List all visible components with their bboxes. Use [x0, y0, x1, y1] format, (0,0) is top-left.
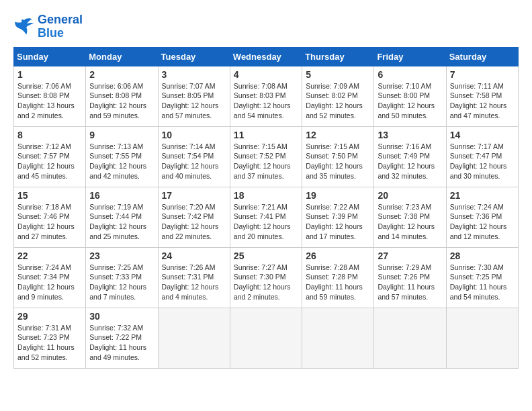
day-19: 19Sunrise: 7:22 AMSunset: 7:39 PMDayligh… — [302, 187, 374, 247]
day-5: 5Sunrise: 7:09 AMSunset: 8:02 PMDaylight… — [302, 66, 374, 126]
day-26: 26Sunrise: 7:28 AMSunset: 7:28 PMDayligh… — [302, 247, 374, 308]
day-20: 20Sunrise: 7:23 AMSunset: 7:38 PMDayligh… — [374, 187, 446, 247]
day-12: 12Sunrise: 7:15 AMSunset: 7:50 PMDayligh… — [302, 126, 374, 187]
logo-bird-icon — [13, 17, 35, 36]
logo: General Blue — [13, 13, 83, 40]
day-9: 9Sunrise: 7:13 AMSunset: 7:55 PMDaylight… — [86, 126, 158, 187]
day-6: 6Sunrise: 7:10 AMSunset: 8:00 PMDaylight… — [374, 66, 446, 126]
day-27: 27Sunrise: 7:29 AMSunset: 7:26 PMDayligh… — [374, 247, 446, 308]
day-7: 7Sunrise: 7:11 AMSunset: 7:58 PMDaylight… — [446, 66, 518, 126]
day-24: 24Sunrise: 7:26 AMSunset: 7:31 PMDayligh… — [158, 247, 230, 308]
empty-cell — [230, 308, 302, 368]
day-10: 10Sunrise: 7:14 AMSunset: 7:54 PMDayligh… — [158, 126, 230, 187]
col-header-tuesday: Tuesday — [158, 47, 230, 66]
day-14: 14Sunrise: 7:17 AMSunset: 7:47 PMDayligh… — [446, 126, 518, 187]
day-2: 2Sunrise: 6:06 AMSunset: 8:08 PMDaylight… — [86, 66, 158, 126]
day-17: 17Sunrise: 7:20 AMSunset: 7:42 PMDayligh… — [158, 187, 230, 247]
empty-cell — [374, 308, 446, 368]
day-21: 21Sunrise: 7:24 AMSunset: 7:36 PMDayligh… — [446, 187, 518, 247]
day-30: 30Sunrise: 7:32 AMSunset: 7:22 PMDayligh… — [86, 308, 158, 368]
empty-cell — [302, 308, 374, 368]
logo-text: General Blue — [38, 13, 83, 40]
col-header-saturday: Saturday — [446, 47, 518, 66]
day-15: 15Sunrise: 7:18 AMSunset: 7:46 PMDayligh… — [14, 187, 86, 247]
day-11: 11Sunrise: 7:15 AMSunset: 7:52 PMDayligh… — [230, 126, 302, 187]
day-29: 29Sunrise: 7:31 AMSunset: 7:23 PMDayligh… — [14, 308, 86, 368]
day-28: 28Sunrise: 7:30 AMSunset: 7:25 PMDayligh… — [446, 247, 518, 308]
col-header-thursday: Thursday — [302, 47, 374, 66]
col-header-friday: Friday — [374, 47, 446, 66]
calendar-table: SundayMondayTuesdayWednesdayThursdayFrid… — [13, 47, 519, 369]
page-header: General Blue — [13, 13, 519, 40]
empty-cell — [158, 308, 230, 368]
day-22: 22Sunrise: 7:24 AMSunset: 7:34 PMDayligh… — [14, 247, 86, 308]
day-25: 25Sunrise: 7:27 AMSunset: 7:30 PMDayligh… — [230, 247, 302, 308]
day-8: 8Sunrise: 7:12 AMSunset: 7:57 PMDaylight… — [14, 126, 86, 187]
empty-cell — [446, 308, 518, 368]
day-3: 3Sunrise: 7:07 AMSunset: 8:05 PMDaylight… — [158, 66, 230, 126]
day-1: 1Sunrise: 7:06 AMSunset: 8:08 PMDaylight… — [14, 66, 86, 126]
day-16: 16Sunrise: 7:19 AMSunset: 7:44 PMDayligh… — [86, 187, 158, 247]
col-header-monday: Monday — [86, 47, 158, 66]
day-13: 13Sunrise: 7:16 AMSunset: 7:49 PMDayligh… — [374, 126, 446, 187]
col-header-sunday: Sunday — [14, 47, 86, 66]
day-4: 4Sunrise: 7:08 AMSunset: 8:03 PMDaylight… — [230, 66, 302, 126]
day-18: 18Sunrise: 7:21 AMSunset: 7:41 PMDayligh… — [230, 187, 302, 247]
col-header-wednesday: Wednesday — [230, 47, 302, 66]
day-23: 23Sunrise: 7:25 AMSunset: 7:33 PMDayligh… — [86, 247, 158, 308]
